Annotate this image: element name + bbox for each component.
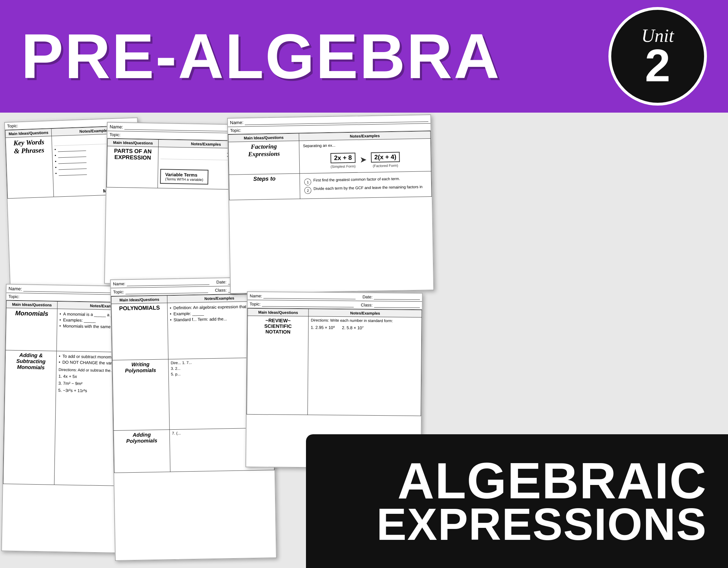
topic-label: Topic: (8, 294, 20, 299)
name-label: Name: (8, 286, 22, 292)
col1-header: Main Ideas/Questions (107, 139, 159, 147)
page-title: PRE-ALGEBRA (21, 25, 501, 88)
topic-label: Topic: (7, 123, 18, 128)
factoring-notes: Separating an ex... 2x + 8 (Simplest For… (299, 139, 431, 174)
step1: 1 First find the greatest common factor … (304, 176, 427, 185)
monomials-section1: Monomials (6, 308, 57, 351)
parts-section1: PARTS OF ANEXPRESSION (107, 146, 158, 188)
sci-prob1: 1. 2.95 × 10⁴ (311, 325, 335, 330)
content-area: Topic: Main Ideas/Questions Notes/Exampl… (0, 113, 728, 568)
poly-section2: WritingPolynomials (113, 359, 170, 431)
steps-notes: 1 First find the greatest common factor … (300, 171, 432, 199)
keywords-section1: Key Words& Phrases (6, 136, 54, 198)
factored-form-label: (Factored Form) (370, 163, 402, 168)
arrow-icon: ➤ (359, 154, 366, 164)
ws-scientific-table: Main Ideas/Questions Notes/Examples ~REV… (247, 308, 422, 416)
unit-circle: Unit 2 (608, 7, 707, 106)
col1-header: Main Ideas/Questions (111, 296, 167, 304)
poly-section1: POLYNOMIALS (111, 303, 168, 360)
bottom-bar: ALGEBRAIC EXPRESSIONS (306, 434, 728, 568)
simplest-form-label: (Simplest Form) (329, 164, 357, 169)
sci-notes: Directions: Write each number in standar… (308, 316, 422, 416)
variable-terms-desc: (Terms WITH a variable) (165, 177, 203, 182)
unit-number: 2 (645, 45, 670, 86)
algebraic-title: ALGEBRAIC (397, 458, 707, 504)
topic-label: Topic: (109, 132, 121, 138)
factoring-section1: FactoringExpressions (228, 141, 300, 175)
header-banner: PRE-ALGEBRA Unit 2 (0, 0, 728, 113)
ws-factoring-table: Main Ideas/Questions Notes/Examples Fact… (228, 131, 432, 200)
name-label: Name: (110, 124, 123, 130)
poly-section3: AddingPolynomials (114, 430, 170, 473)
factored-form-box: 2(x + 4) (371, 152, 400, 163)
simplest-form-box: 2x + 8 (331, 153, 356, 163)
sci-section1: ~REVIEW~SCIENTIFICNOTATION (247, 316, 309, 415)
name-label: Name: (230, 120, 244, 125)
monomials-section2: Adding &SubtractingMonomials (3, 350, 57, 485)
step2: 2 Divide each term by the GCF and leave … (304, 184, 427, 194)
col2-header: Notes/Examples (308, 309, 422, 317)
col1-header: Main Ideas/Questions (248, 308, 308, 316)
variable-terms-box: Variable Terms (Terms WITH a variable) (160, 169, 208, 184)
topic-label: Topic: (230, 128, 241, 133)
sci-prob2: 2. 5.8 × 10⁷ (342, 325, 364, 330)
worksheet-factoring: Name: Topic: Main Ideas/Questions Notes/… (227, 114, 434, 294)
col1-header: Main Ideas/Questions (6, 301, 58, 309)
steps-title: Steps to (229, 173, 300, 200)
expressions-title: EXPRESSIONS (376, 504, 707, 544)
